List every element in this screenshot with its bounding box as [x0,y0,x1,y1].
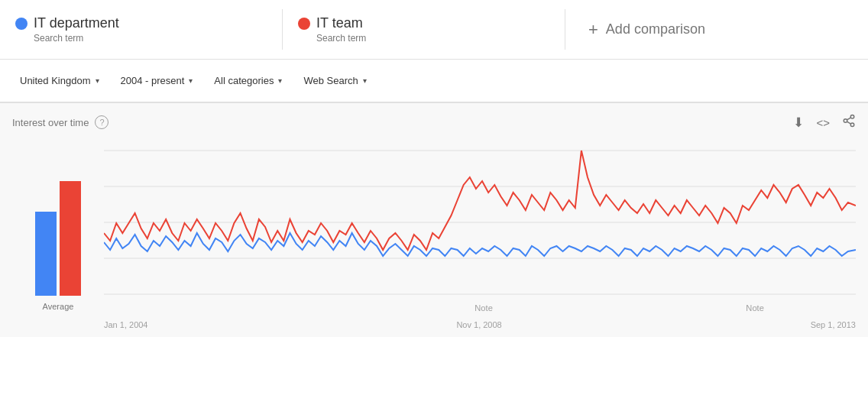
svg-point-2 [850,123,854,127]
average-column: Average [12,143,104,329]
term2-dot [298,18,310,30]
svg-line-4 [847,118,850,120]
embed-icon[interactable]: <> [816,116,830,129]
term1-item: IT department Search term [0,9,283,50]
term2-label: Search term [316,33,549,44]
svg-text:Note: Note [474,303,493,313]
download-icon[interactable]: ⬇ [793,115,804,131]
category-label: All categories [214,75,274,86]
section-header: Interest over time ? ⬇ <> [0,103,868,135]
plus-icon: + [588,20,598,40]
x-label-1: Jan 1, 2004 [104,320,148,329]
add-comparison-label: Add comparison [606,21,705,37]
x-label-2: Nov 1, 2008 [456,320,501,329]
header-bar: IT department Search term IT team Search… [0,0,868,60]
section-actions: ⬇ <> [793,114,856,131]
x-axis-labels: Jan 1, 2004 Nov 1, 2008 Sep 1, 2013 [104,320,856,329]
section-title-text: Interest over time [12,117,89,128]
term1-dot [15,18,28,30]
bar-group [35,143,81,296]
region-filter[interactable]: United Kingdom ▾ [12,70,107,91]
svg-point-0 [850,115,854,119]
term2-name: IT team [298,15,549,31]
time-filter[interactable]: 2004 - present ▾ [113,70,201,91]
type-label: Web Search [303,75,358,86]
time-label: 2004 - present [121,75,185,86]
term2-title: IT team [316,15,363,31]
average-bar-blue [35,212,57,296]
term1-name: IT department [15,15,267,31]
term2-item: IT team Search term [283,9,565,50]
category-filter[interactable]: All categories ▾ [206,70,290,91]
time-chevron-icon: ▾ [189,76,193,85]
type-chevron-icon: ▾ [363,76,367,85]
section-title-group: Interest over time ? [12,115,108,129]
svg-text:Note: Note [746,303,764,313]
region-chevron-icon: ▾ [96,76,99,85]
average-bar-red [60,181,81,296]
type-filter[interactable]: Web Search ▾ [296,70,374,91]
svg-point-1 [844,119,847,123]
main-chart-container: 100 75 50 25 Note Note Jan 1, 2004 Nov 1… [104,143,856,329]
filters-bar: United Kingdom ▾ 2004 - present ▾ All ca… [0,60,868,103]
chart-area: Average 100 75 50 25 Note Note Jan 1, 2 [0,135,868,337]
average-label: Average [43,302,74,311]
term1-label: Search term [34,33,267,44]
add-comparison-button[interactable]: + Add comparison [565,9,728,50]
line-chart-svg: 100 75 50 25 Note Note [104,143,856,319]
region-label: United Kingdom [20,75,91,86]
x-label-3: Sep 1, 2013 [811,320,856,329]
share-icon[interactable] [842,114,856,131]
term1-title: IT department [34,15,119,31]
blue-line [104,233,856,256]
category-chevron-icon: ▾ [278,76,282,85]
red-line [104,151,856,250]
help-icon[interactable]: ? [95,115,108,129]
svg-line-3 [847,122,850,124]
